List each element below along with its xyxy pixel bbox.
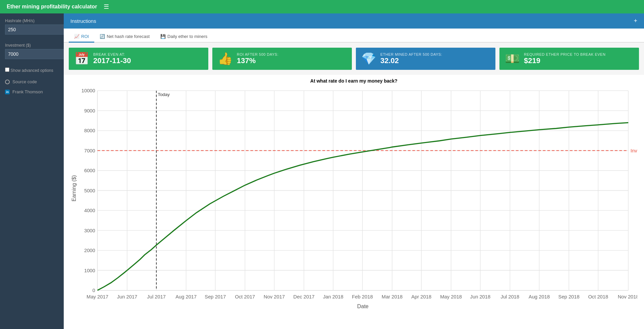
investment-section: Investment ($) ▲ ▼ (5, 43, 59, 62)
tab-hashrate-icon: 🔄 (100, 34, 105, 39)
svg-text:Nov 2017: Nov 2017 (264, 294, 285, 299)
required-price-label: REQUIRED ETHER PRICE TO BREAK EVEN (524, 52, 605, 56)
investment-label: Investment ($) (5, 43, 59, 48)
svg-text:6000: 6000 (84, 168, 95, 173)
hashrate-label: Hashrate (MH/s) (5, 18, 59, 23)
break-even-value: 2017-11-30 (93, 56, 131, 65)
hamburger-icon[interactable]: ☰ (104, 3, 109, 10)
required-price-value: $219 (524, 56, 605, 65)
hashrate-section: Hashrate (MH/s) ▲ ▼ (5, 18, 59, 38)
instructions-title: Instructions (70, 18, 96, 24)
svg-text:Jan 2018: Jan 2018 (323, 294, 343, 299)
ether-mined-value: 32.02 (380, 56, 442, 65)
advanced-options-label: Show advanced options (10, 68, 53, 73)
break-even-text: BREAK EVEN AT: 2017-11-30 (93, 52, 131, 65)
sidebar: Hashrate (MH/s) ▲ ▼ Investment ($) ▲ ▼ (0, 13, 64, 329)
svg-text:Investment: Investment (631, 148, 637, 153)
chart-wrap: .grid-line { stroke: #e0e0e0; stroke-wid… (70, 86, 637, 317)
svg-text:9000: 9000 (84, 108, 95, 113)
app-title: Ether mining profitability calculator (7, 4, 97, 10)
tab-roi-label: ROI (81, 34, 89, 39)
instructions-bar: Instructions + (64, 13, 644, 29)
hashrate-input-group: ▲ ▼ (5, 25, 59, 35)
svg-text:10000: 10000 (82, 88, 95, 94)
svg-text:Jul 2018: Jul 2018 (501, 294, 520, 299)
top-nav: Ether mining profitability calculator ☰ (0, 0, 644, 13)
source-code-label: Source code (12, 79, 37, 84)
stat-break-even: 📅 BREAK EVEN AT: 2017-11-30 (69, 48, 208, 70)
source-code-icon (5, 80, 10, 84)
svg-text:Earning ($): Earning ($) (71, 175, 77, 201)
roi-value: 137% (237, 56, 278, 65)
break-even-icon: 📅 (74, 52, 89, 66)
stat-required-price: 💵 REQUIRED ETHER PRICE TO BREAK EVEN $21… (499, 48, 639, 70)
svg-text:May 2017: May 2017 (87, 294, 108, 299)
svg-text:0: 0 (93, 288, 95, 293)
investment-input-group: ▲ ▼ (5, 49, 59, 59)
svg-text:Aug 2017: Aug 2017 (175, 294, 197, 299)
tab-roi-icon: 📈 (74, 34, 79, 39)
linkedin-icon: in (5, 90, 10, 94)
svg-text:Feb 2018: Feb 2018 (352, 294, 373, 299)
required-price-icon: 💵 (505, 52, 520, 66)
svg-text:1000: 1000 (84, 268, 95, 273)
tab-hashrate-label: Net hash rate forecast (107, 34, 150, 39)
svg-text:4000: 4000 (84, 208, 95, 213)
instructions-plus[interactable]: + (634, 17, 637, 25)
stat-roi: 👍 ROI AFTER 500 DAYS: 137% (212, 48, 352, 70)
content-area: Instructions + 📈 ROI 🔄 Net hash rate for… (64, 13, 644, 329)
source-code-link[interactable]: Source code (5, 79, 59, 84)
tab-daily[interactable]: 💾 Daily ether to miners (155, 31, 213, 43)
svg-text:Nov 2018: Nov 2018 (618, 294, 637, 299)
svg-text:Jun 2018: Jun 2018 (470, 294, 491, 299)
chart-title: At what rate do I earn my money back? (70, 78, 637, 84)
svg-text:Sep 2017: Sep 2017 (205, 294, 226, 299)
svg-text:May 2018: May 2018 (440, 294, 462, 299)
roi-icon: 👍 (218, 52, 233, 66)
svg-text:Mar 2018: Mar 2018 (382, 294, 402, 299)
svg-text:Oct 2018: Oct 2018 (588, 294, 608, 299)
svg-text:2000: 2000 (84, 248, 95, 253)
stat-ether-mined: 💎 ETHER MINED AFTER 500 DAYS: 32.02 (356, 48, 495, 70)
break-even-label: BREAK EVEN AT: (93, 52, 131, 56)
hashrate-input[interactable] (5, 25, 70, 35)
svg-text:5000: 5000 (84, 188, 95, 193)
svg-text:Jun 2017: Jun 2017 (117, 294, 138, 299)
tab-daily-icon: 💾 (160, 34, 166, 39)
chart-container: At what rate do I earn my money back? .g… (64, 75, 644, 329)
author-link[interactable]: in Frank Thomson (5, 89, 59, 94)
tab-roi[interactable]: 📈 ROI (69, 31, 94, 43)
svg-text:Apr 2018: Apr 2018 (411, 294, 431, 299)
required-price-text: REQUIRED ETHER PRICE TO BREAK EVEN $219 (524, 52, 605, 65)
author-label: Frank Thomson (12, 89, 43, 94)
tab-daily-label: Daily ether to miners (167, 34, 207, 39)
svg-text:Aug 2018: Aug 2018 (529, 294, 550, 299)
advanced-options-toggle[interactable]: Show advanced options (5, 67, 59, 73)
svg-text:Dec 2017: Dec 2017 (293, 294, 315, 299)
svg-text:7000: 7000 (84, 148, 95, 153)
tabs-area: 📈 ROI 🔄 Net hash rate forecast 💾 Daily e… (64, 29, 644, 43)
svg-text:3000: 3000 (84, 228, 95, 233)
tab-hashrate[interactable]: 🔄 Net hash rate forecast (94, 31, 155, 43)
investment-input[interactable] (5, 49, 70, 59)
advanced-options-checkbox[interactable] (5, 67, 9, 72)
ether-mined-label: ETHER MINED AFTER 500 DAYS: (380, 52, 442, 56)
main-layout: Hashrate (MH/s) ▲ ▼ Investment ($) ▲ ▼ (0, 13, 644, 329)
svg-text:Sep 2018: Sep 2018 (558, 294, 580, 299)
svg-text:Oct 2017: Oct 2017 (235, 294, 255, 299)
stats-row: 📅 BREAK EVEN AT: 2017-11-30 👍 ROI AFTER … (64, 43, 644, 75)
ether-mined-icon: 💎 (361, 52, 376, 66)
svg-text:Date: Date (357, 303, 369, 309)
svg-text:8000: 8000 (84, 128, 95, 133)
roi-chart: .grid-line { stroke: #e0e0e0; stroke-wid… (70, 86, 637, 317)
svg-text:Today: Today (158, 92, 170, 97)
roi-text: ROI AFTER 500 DAYS: 137% (237, 52, 278, 65)
svg-text:Jul 2017: Jul 2017 (147, 294, 166, 299)
roi-label: ROI AFTER 500 DAYS: (237, 52, 278, 56)
ether-mined-text: ETHER MINED AFTER 500 DAYS: 32.02 (380, 52, 442, 65)
